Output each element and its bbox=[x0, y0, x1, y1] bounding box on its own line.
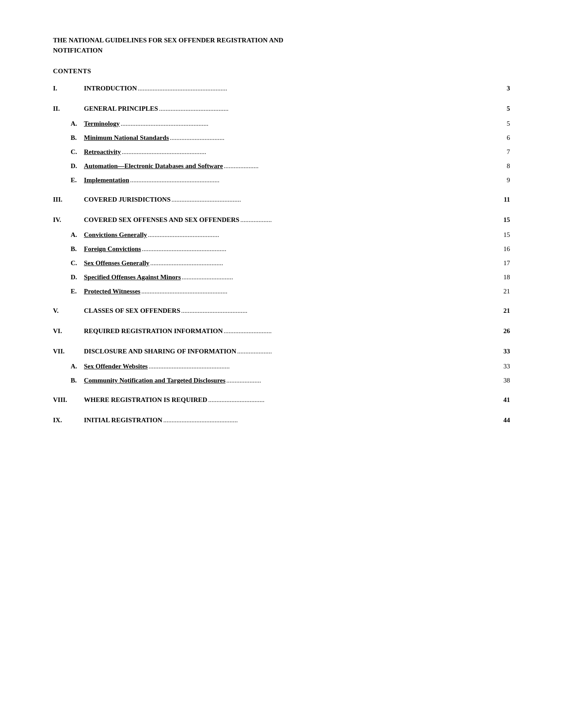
toc-label-ii-d: Automation—Electronic Databases and Soft… bbox=[84, 161, 223, 171]
toc-num-ix: IX. bbox=[53, 415, 84, 425]
toc-page-ii-d: 8 bbox=[507, 161, 510, 171]
toc-dots-v: ........................................ bbox=[181, 305, 503, 316]
toc-entry-iv: IV.COVERED SEX OFFENSES AND SEX OFFENDER… bbox=[53, 214, 510, 225]
toc-num-iii: III. bbox=[53, 194, 84, 205]
toc-label-v: CLASSES OF SEX OFFENDERS bbox=[84, 305, 180, 316]
toc-entry-ii-b: B.Minimum National Standards ...........… bbox=[53, 132, 510, 143]
toc-label-ii-a: Terminology bbox=[84, 118, 120, 129]
toc-entry-iv-a: A.Convictions Generally ................… bbox=[53, 229, 510, 240]
toc-num-iv-b: B. bbox=[53, 244, 84, 254]
toc-page-ii-c: 7 bbox=[507, 146, 510, 157]
toc-dots-ii-e: ........................................… bbox=[130, 175, 506, 185]
toc-num-ii-b: B. bbox=[53, 132, 84, 143]
toc-label-iv-d: Specified Offenses Against Minors bbox=[84, 272, 181, 282]
toc-page-vi: 26 bbox=[503, 326, 510, 336]
toc-dots-vi: ............................. bbox=[223, 326, 503, 336]
toc-num-v: V. bbox=[53, 305, 84, 316]
toc-entry-ii-c: C.Retroactivity ........................… bbox=[53, 146, 510, 157]
toc-entry-ii-e: E.Implementation .......................… bbox=[53, 175, 510, 185]
toc-label-iv: COVERED SEX OFFENSES AND SEX OFFENDERS bbox=[84, 214, 239, 225]
toc-dots-ii-b: ................................. bbox=[170, 132, 506, 143]
toc-page-ii-a: 5 bbox=[507, 118, 510, 129]
toc-entry-iv-d: D.Specified Offenses Against Minors ....… bbox=[53, 272, 510, 282]
toc-entry-ix: IX.INITIAL REGISTRATION ................… bbox=[53, 415, 510, 425]
toc-label-iv-b: Foreign Convictions bbox=[84, 244, 141, 254]
toc-entry-viii: VIII.WHERE REGISTRATION IS REQUIRED ....… bbox=[53, 394, 510, 405]
toc-entry-ii: II.GENERAL PRINCIPLES ..................… bbox=[53, 103, 510, 114]
toc-entry-vii-b: B.Community Notification and Targeted Di… bbox=[53, 375, 510, 386]
toc-num-iv-e: E. bbox=[53, 286, 84, 296]
toc-dots-iv-d: ............................... bbox=[182, 272, 503, 282]
toc-entry-vii: VII.DISCLOSURE AND SHARING OF INFORMATIO… bbox=[53, 346, 510, 356]
toc-entry-iv-c: C.Sex Offenses Generally ...............… bbox=[53, 258, 510, 268]
document-title: THE NATIONAL GUIDELINES FOR SEX OFFENDER… bbox=[53, 35, 510, 55]
toc-num-viii: VIII. bbox=[53, 394, 84, 405]
toc-label-vi: REQUIRED REGISTRATION INFORMATION bbox=[84, 326, 223, 336]
toc-page-i: 3 bbox=[507, 83, 510, 94]
toc-page-iv-a: 15 bbox=[503, 229, 510, 240]
toc-dots-ii-c: ........................................… bbox=[122, 146, 506, 157]
toc-label-iv-c: Sex Offenses Generally bbox=[84, 258, 149, 268]
toc-page-ix: 44 bbox=[503, 415, 510, 425]
toc-entry-iv-b: B.Foreign Convictions ..................… bbox=[53, 244, 510, 254]
toc-label-ii-e: Implementation bbox=[84, 175, 129, 185]
toc-num-iv-c: C. bbox=[53, 258, 84, 268]
toc-entry-iii: III.COVERED JURISDICTIONS ..............… bbox=[53, 194, 510, 205]
toc-num-ii: II. bbox=[53, 103, 84, 114]
toc-page-ii-b: 6 bbox=[507, 132, 510, 143]
toc-page-vii-b: 38 bbox=[503, 375, 510, 386]
toc-page-vii-a: 33 bbox=[503, 361, 510, 372]
toc-page-iii: 11 bbox=[504, 194, 510, 205]
toc-label-ii-b: Minimum National Standards bbox=[84, 132, 169, 143]
toc-entry-ii-d: D.Automation—Electronic Databases and So… bbox=[53, 161, 510, 171]
toc-page-vii: 33 bbox=[503, 346, 510, 356]
toc-dots-vii: ..................... bbox=[237, 346, 503, 356]
toc-page-ii: 5 bbox=[507, 103, 510, 114]
toc-num-iv-d: D. bbox=[53, 272, 84, 282]
toc-label-vii-b: Community Notification and Targeted Disc… bbox=[84, 375, 226, 386]
toc-page-iv-e: 21 bbox=[503, 286, 510, 296]
toc-entry-iv-e: E.Protected Witnesses ..................… bbox=[53, 286, 510, 296]
table-of-contents: I.INTRODUCTION .........................… bbox=[53, 83, 510, 425]
toc-dots-iv: ................... bbox=[240, 214, 503, 225]
toc-entry-i: I.INTRODUCTION .........................… bbox=[53, 83, 510, 94]
toc-num-ii-d: D. bbox=[53, 161, 84, 171]
toc-label-vii-a: Sex Offender Websites bbox=[84, 361, 147, 372]
toc-label-ix: INITIAL REGISTRATION bbox=[84, 415, 162, 425]
title-line1: THE NATIONAL GUIDELINES FOR SEX OFFENDER… bbox=[53, 37, 283, 44]
toc-dots-iv-c: ........................................… bbox=[150, 258, 503, 268]
toc-page-ii-e: 9 bbox=[507, 175, 510, 185]
toc-dots-viii: .................................. bbox=[208, 394, 503, 405]
toc-num-vi: VI. bbox=[53, 326, 84, 336]
toc-page-iv-b: 16 bbox=[503, 244, 510, 254]
toc-label-iv-a: Convictions Generally bbox=[84, 229, 147, 240]
toc-num-ii-e: E. bbox=[53, 175, 84, 185]
toc-page-iv-c: 17 bbox=[503, 258, 510, 268]
toc-entry-ii-a: A.Terminology ..........................… bbox=[53, 118, 510, 129]
toc-page-iv-d: 18 bbox=[503, 272, 510, 282]
toc-dots-i: ........................................… bbox=[138, 83, 506, 94]
contents-header: CONTENTS bbox=[53, 68, 510, 75]
toc-num-vii-a: A. bbox=[53, 361, 84, 372]
toc-entry-vii-a: A.Sex Offender Websites ................… bbox=[53, 361, 510, 372]
toc-page-viii: 41 bbox=[503, 394, 510, 405]
toc-dots-iv-e: ........................................… bbox=[141, 286, 503, 296]
toc-label-viii: WHERE REGISTRATION IS REQUIRED bbox=[84, 394, 207, 405]
toc-dots-ix: ........................................… bbox=[163, 415, 503, 425]
toc-label-vii: DISCLOSURE AND SHARING OF INFORMATION bbox=[84, 346, 236, 356]
toc-dots-ii-a: ........................................… bbox=[121, 118, 506, 129]
toc-dots-iii: ........................................… bbox=[171, 194, 503, 205]
toc-dots-ii-d: ..................... bbox=[224, 161, 506, 171]
toc-dots-iv-b: ........................................… bbox=[142, 244, 503, 254]
toc-entry-vi: VI.REQUIRED REGISTRATION INFORMATION ...… bbox=[53, 326, 510, 336]
toc-num-ii-a: A. bbox=[53, 118, 84, 129]
toc-dots-vii-a: ........................................… bbox=[148, 361, 503, 372]
toc-label-iv-e: Protected Witnesses bbox=[84, 286, 140, 296]
toc-num-ii-c: C. bbox=[53, 146, 84, 157]
toc-page-v: 21 bbox=[503, 305, 510, 316]
toc-num-iv-a: A. bbox=[53, 229, 84, 240]
toc-label-ii-c: Retroactivity bbox=[84, 146, 121, 157]
toc-label-i: INTRODUCTION bbox=[84, 83, 137, 94]
toc-label-iii: COVERED JURISDICTIONS bbox=[84, 194, 170, 205]
toc-dots-ii: ........................................… bbox=[159, 103, 506, 114]
